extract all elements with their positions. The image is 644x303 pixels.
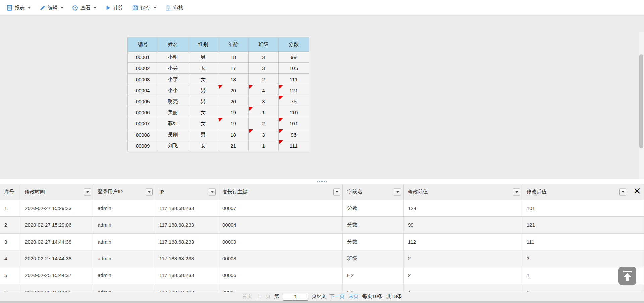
sheet-cell[interactable]: 小吴: [158, 63, 188, 74]
sheet-cell[interactable]: 20: [218, 85, 249, 96]
sheet-cell[interactable]: 2: [249, 74, 279, 85]
sheet-cell[interactable]: 75: [279, 96, 309, 107]
chevron-down-icon: [154, 7, 156, 9]
sheet-cell[interactable]: 19: [218, 118, 249, 129]
sheet-cell[interactable]: 00006: [128, 107, 158, 118]
sheet-cell[interactable]: 1: [249, 140, 279, 151]
sheet-cell[interactable]: 121: [279, 85, 309, 96]
sheet-cell[interactable]: 2: [249, 118, 279, 129]
audit-log-row[interactable]: 12020-02-27 15:29:33admin117.188.68.2330…: [0, 200, 644, 217]
toolbar-button-audit[interactable]: 审核: [162, 3, 186, 13]
sheet-cell[interactable]: 96: [279, 129, 309, 140]
sheet-cell[interactable]: 105: [279, 63, 309, 74]
audit-log-row[interactable]: 62020-02-25 15:44:06admin117.188.68.2330…: [0, 284, 644, 292]
audit-column-label: 修改后值: [527, 189, 547, 195]
sheet-column-header: 编号: [128, 37, 158, 52]
audit-cell: 124: [404, 200, 522, 216]
sheet-cell[interactable]: 小李: [158, 74, 188, 85]
sheet-cell[interactable]: 101: [279, 118, 309, 129]
audit-log-row[interactable]: 52020-02-25 15:44:37admin117.188.68.2330…: [0, 267, 644, 284]
pagination-first-button[interactable]: 首页: [242, 293, 252, 300]
sheet-cell[interactable]: 20: [218, 96, 249, 107]
sheet-cell[interactable]: 3: [249, 52, 279, 63]
page-number-input[interactable]: [283, 293, 308, 301]
modified-cell-marker-icon: [279, 85, 283, 89]
sheet-cell[interactable]: 18: [218, 129, 249, 140]
sheet-cell[interactable]: 99: [279, 52, 309, 63]
sheet-row: 00009刘飞女211111: [128, 140, 309, 151]
sheet-cell[interactable]: 3: [249, 129, 279, 140]
pagination-last-button[interactable]: 末页: [348, 293, 359, 300]
splitter-handle[interactable]: [0, 179, 644, 184]
audit-cell: 111: [522, 234, 644, 250]
toolbar-button-calculate[interactable]: 计算: [102, 3, 126, 13]
audit-cell: 117.188.68.233: [155, 250, 218, 267]
scrollbar-thumb[interactable]: [639, 54, 643, 148]
sheet-cell[interactable]: 4: [249, 85, 279, 96]
sheet-cell[interactable]: 18: [218, 52, 249, 63]
pagination-prev-button[interactable]: 上一页: [256, 293, 271, 300]
sheet-cell[interactable]: 00007: [128, 118, 158, 129]
sheet-cell[interactable]: 3: [249, 96, 279, 107]
sheet-cell[interactable]: 3: [249, 63, 279, 74]
column-filter-button[interactable]: [619, 188, 626, 195]
audit-cell: 班级: [343, 250, 404, 267]
close-icon[interactable]: ✕: [633, 187, 641, 196]
sheet-cell[interactable]: 菲红: [158, 118, 188, 129]
back-to-top-button[interactable]: [618, 267, 636, 285]
sheet-cell[interactable]: 111: [279, 140, 309, 151]
sheet-cell[interactable]: 女: [188, 140, 218, 151]
sheet-cell[interactable]: 小明: [158, 52, 188, 63]
column-filter-button[interactable]: [84, 188, 91, 195]
view-icon: [72, 5, 78, 11]
sheet-cell[interactable]: 00004: [128, 85, 158, 96]
sheet-cell[interactable]: 00009: [128, 140, 158, 151]
sheet-column-header: 性别: [188, 37, 218, 52]
audit-cell: 4: [0, 250, 20, 267]
sheet-cell[interactable]: 女: [188, 63, 218, 74]
column-filter-button[interactable]: [209, 188, 216, 195]
sheet-cell[interactable]: 女: [188, 74, 218, 85]
pagination-next-button[interactable]: 下一页: [330, 293, 345, 300]
sheet-cell[interactable]: 110: [279, 107, 309, 118]
sheet-row: 00002小吴女173105: [128, 63, 309, 74]
sheet-cell[interactable]: 17: [218, 63, 249, 74]
sheet-cell[interactable]: 00001: [128, 52, 158, 63]
sheet-cell[interactable]: 男: [188, 96, 218, 107]
toolbar-button-view[interactable]: 查看: [69, 3, 99, 13]
audit-cell: 117.188.68.233: [155, 284, 218, 292]
audit-log-row[interactable]: 32020-02-27 14:44:38admin117.188.68.2330…: [0, 234, 644, 250]
sheet-cell[interactable]: 刘飞: [158, 140, 188, 151]
audit-log-row[interactable]: 22020-02-27 15:29:06admin117.188.68.2330…: [0, 217, 644, 234]
sheet-cell[interactable]: 00003: [128, 74, 158, 85]
sheet-cell[interactable]: 00005: [128, 96, 158, 107]
sheet-cell[interactable]: 21: [218, 140, 249, 151]
sheet-cell[interactable]: 19: [218, 107, 249, 118]
sheet-cell[interactable]: 男: [188, 85, 218, 96]
sheet-cell[interactable]: 男: [188, 129, 218, 140]
audit-cell: 101: [522, 200, 644, 216]
sheet-cell[interactable]: 00002: [128, 63, 158, 74]
sheet-cell[interactable]: 美丽: [158, 107, 188, 118]
sheet-cell[interactable]: 小小: [158, 85, 188, 96]
column-filter-button[interactable]: [333, 188, 340, 195]
toolbar-button-report[interactable]: 报表: [3, 3, 34, 13]
sheet-cell[interactable]: 明亮: [158, 96, 188, 107]
column-filter-button[interactable]: [394, 188, 401, 195]
sheet-cell[interactable]: 吴刚: [158, 129, 188, 140]
vertical-scrollbar[interactable]: [638, 32, 644, 195]
sheet-cell[interactable]: 女: [188, 107, 218, 118]
sheet-cell[interactable]: 00008: [128, 129, 158, 140]
toolbar-button-save[interactable]: 保存: [129, 3, 159, 13]
sheet-cell[interactable]: 男: [188, 52, 218, 63]
sheet-cell[interactable]: 1: [249, 107, 279, 118]
sheet-row: 00005明亮男20375: [128, 96, 309, 107]
sheet-column-header: 年龄: [218, 37, 249, 52]
sheet-cell[interactable]: 111: [279, 74, 309, 85]
column-filter-button[interactable]: [513, 188, 520, 195]
sheet-cell[interactable]: 女: [188, 118, 218, 129]
sheet-cell[interactable]: 18: [218, 74, 249, 85]
toolbar-button-edit[interactable]: 编辑: [36, 3, 66, 13]
audit-log-row[interactable]: 42020-02-27 14:44:38admin117.188.68.2330…: [0, 250, 644, 267]
column-filter-button[interactable]: [146, 188, 153, 195]
